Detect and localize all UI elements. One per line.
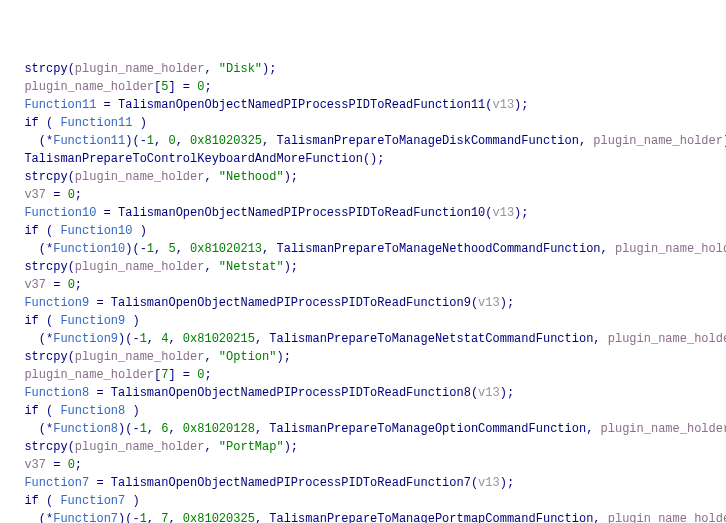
code-line: (*Function10)(-1, 5, 0x81020213, Talisma… — [10, 240, 716, 258]
token-op: ( — [471, 476, 478, 490]
token-param: plugin_name_holder — [615, 242, 726, 256]
token-var: v37 — [24, 458, 46, 472]
token-op: ] = — [168, 368, 197, 382]
code-line: if ( Function7 ) — [10, 492, 716, 510]
token-str: "PortMap" — [219, 440, 284, 454]
code-line: if ( Function11 ) — [10, 114, 716, 132]
token-op: (); — [363, 152, 385, 166]
code-line: strcpy(plugin_name_holder, "Nethood"); — [10, 168, 716, 186]
token-str: "Disk" — [219, 62, 262, 76]
code-line: if ( Function9 ) — [10, 312, 716, 330]
token-op: ); — [284, 170, 298, 184]
token-func: Function7 — [53, 512, 118, 523]
token-kw: TalismanOpenObjectNamedPIProcessPIDToRea… — [111, 296, 471, 310]
token-op: , — [255, 512, 269, 523]
token-kw: TalismanPrepareToManageOptionCommandFunc… — [269, 422, 586, 436]
token-op: = — [96, 206, 118, 220]
code-line: (*Function9)(-1, 4, 0x81020215, Talisman… — [10, 330, 716, 348]
code-line: TalismanPrepareToControlKeyboardAndMoreF… — [10, 150, 716, 168]
token-op: ( — [485, 206, 492, 220]
token-func: Function8 — [24, 386, 89, 400]
token-op: , — [204, 350, 218, 364]
token-op: , — [579, 134, 593, 148]
token-op: , — [255, 422, 269, 436]
token-kw: if — [24, 314, 38, 328]
token-v: v13 — [478, 476, 500, 490]
code-line: strcpy(plugin_name_holder, "Netstat"); — [10, 258, 716, 276]
token-op: , — [204, 62, 218, 76]
token-op: , — [601, 242, 615, 256]
code-line: (*Function11)(-1, 0, 0x81020325, Talisma… — [10, 132, 716, 150]
token-op: = — [89, 296, 111, 310]
token-op: , — [204, 170, 218, 184]
token-op: = — [89, 386, 111, 400]
token-num: 0x81020325 — [183, 512, 255, 523]
code-line: if ( Function10 ) — [10, 222, 716, 240]
token-param: plugin_name_holder — [24, 368, 154, 382]
token-op: (* — [39, 134, 53, 148]
token-num: 0 — [68, 458, 75, 472]
code-line: v37 = 0; — [10, 186, 716, 204]
code-line: strcpy(plugin_name_holder, "PortMap"); — [10, 438, 716, 456]
code-line: if ( Function8 ) — [10, 402, 716, 420]
token-op: ); — [514, 206, 528, 220]
token-op: ; — [75, 188, 82, 202]
code-line: Function10 = TalismanOpenObjectNamedPIPr… — [10, 204, 716, 222]
token-kw: if — [24, 224, 38, 238]
token-op: , — [176, 134, 190, 148]
token-op: ); — [284, 260, 298, 274]
token-op: (* — [39, 422, 53, 436]
token-op: ); — [284, 440, 298, 454]
token-func: Function10 — [24, 206, 96, 220]
token-op: ) — [125, 494, 139, 508]
token-op: ); — [514, 98, 528, 112]
token-num: 1 — [140, 512, 147, 523]
token-op: , — [262, 134, 276, 148]
token-op: , — [255, 332, 269, 346]
code-line: plugin_name_holder[5] = 0; — [10, 78, 716, 96]
token-op: ( — [68, 260, 75, 274]
token-op: ( — [39, 314, 61, 328]
token-op: , — [154, 242, 168, 256]
token-func: Function11 — [53, 134, 125, 148]
token-str: "Nethood" — [219, 170, 284, 184]
token-kw: strcpy — [24, 62, 67, 76]
token-kw: strcpy — [24, 260, 67, 274]
token-str: "Option" — [219, 350, 277, 364]
code-line: (*Function8)(-1, 6, 0x81020128, Talisman… — [10, 420, 716, 438]
token-op: ); — [500, 296, 514, 310]
token-op: ( — [39, 404, 61, 418]
token-num: 0 — [168, 134, 175, 148]
token-op: )(- — [118, 332, 140, 346]
token-op: , — [262, 242, 276, 256]
token-kw: if — [24, 404, 38, 418]
token-func: Function11 — [60, 116, 132, 130]
token-op: = — [46, 278, 68, 292]
token-op: ( — [39, 494, 61, 508]
token-op: = — [89, 476, 111, 490]
token-kw: TalismanOpenObjectNamedPIProcessPIDToRea… — [118, 98, 485, 112]
token-kw: if — [24, 494, 38, 508]
token-op: ); — [276, 350, 290, 364]
token-var: v37 — [24, 188, 46, 202]
code-line: Function8 = TalismanOpenObjectNamedPIPro… — [10, 384, 716, 402]
token-kw: TalismanOpenObjectNamedPIProcessPIDToRea… — [111, 386, 471, 400]
code-line: strcpy(plugin_name_holder, "Option"); — [10, 348, 716, 366]
token-var: v37 — [24, 278, 46, 292]
token-op: )(- — [118, 422, 140, 436]
token-op: (* — [39, 332, 53, 346]
token-v: v13 — [478, 296, 500, 310]
token-op: ) — [132, 116, 146, 130]
token-op: (* — [39, 512, 53, 523]
token-op: ); — [262, 62, 276, 76]
token-func: Function9 — [24, 296, 89, 310]
code-line: Function11 = TalismanOpenObjectNamedPIPr… — [10, 96, 716, 114]
token-op: , — [154, 134, 168, 148]
token-num: 0x81020325 — [190, 134, 262, 148]
token-param: plugin_name_holder — [608, 332, 726, 346]
token-op: ( — [485, 98, 492, 112]
code-line: v37 = 0; — [10, 276, 716, 294]
token-kw: if — [24, 116, 38, 130]
token-op: )(- — [125, 134, 147, 148]
token-op: ); — [500, 476, 514, 490]
